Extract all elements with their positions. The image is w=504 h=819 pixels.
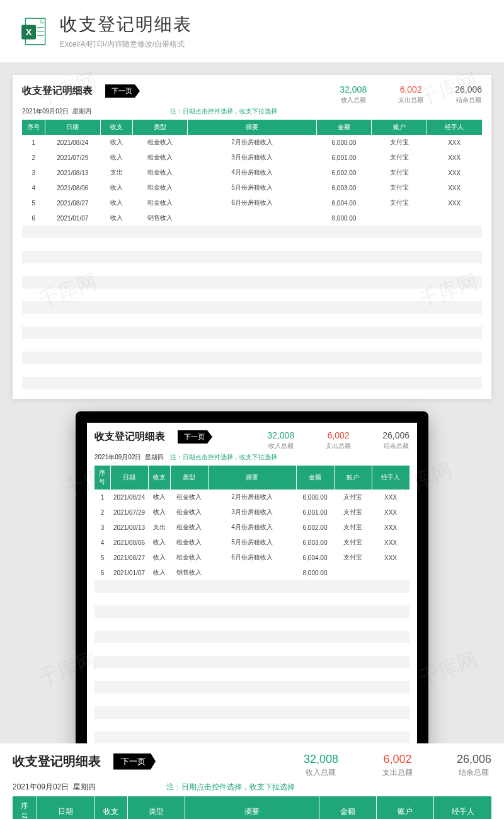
cell-io[interactable]: 收入 [100, 135, 132, 150]
cell-amount[interactable]: 6,004.00 [316, 195, 372, 210]
empty-row[interactable] [22, 352, 482, 364]
table-row[interactable]: 6 2021/01/07 收入 销售收入 8,000.00 [22, 210, 482, 226]
table-row[interactable]: 6 2021/01/07 收入 销售收入 8,000.00 [94, 565, 410, 580]
cell-handler[interactable] [372, 565, 410, 580]
empty-row[interactable] [22, 377, 482, 389]
cell-io[interactable]: 收入 [148, 550, 170, 565]
cell-account[interactable]: 支付宝 [372, 135, 427, 150]
cell-account[interactable] [372, 210, 427, 226]
cell-account[interactable]: 支付宝 [372, 195, 427, 210]
cell-handler[interactable] [427, 210, 482, 226]
cell-date[interactable]: 2021/08/13 [45, 165, 101, 180]
cell-handler[interactable]: XXX [372, 535, 410, 550]
column-header[interactable]: 摘要 [188, 120, 316, 135]
cell-type[interactable]: 销售收入 [170, 565, 208, 580]
column-header[interactable]: 序号 [22, 120, 45, 135]
column-header[interactable]: 类型 [170, 466, 208, 490]
cell-handler[interactable]: XXX [372, 490, 410, 505]
empty-row[interactable] [94, 656, 410, 668]
cell-type[interactable]: 租金收入 [170, 520, 208, 535]
empty-row[interactable] [22, 238, 482, 251]
cell-amount[interactable]: 8,000.00 [316, 210, 372, 226]
cell-handler[interactable]: XXX [372, 520, 410, 535]
cell-type[interactable]: 租金收入 [170, 550, 208, 565]
cell-account[interactable]: 支付宝 [334, 535, 372, 550]
cell-summary[interactable]: 2月份房租收入 [208, 490, 296, 505]
column-header[interactable]: 序号 [94, 466, 110, 490]
cell-handler[interactable]: XXX [427, 195, 482, 210]
empty-row[interactable] [94, 668, 410, 681]
column-header[interactable]: 类型 [132, 120, 188, 135]
empty-row[interactable] [22, 339, 482, 352]
cell-date[interactable]: 2021/07/29 [45, 150, 101, 165]
cell-account[interactable]: 支付宝 [372, 165, 427, 180]
cell-summary[interactable]: 4月份房租收入 [188, 165, 316, 180]
cell-seq[interactable]: 3 [22, 165, 45, 180]
cell-date[interactable]: 2021/01/07 [45, 210, 101, 226]
column-header[interactable]: 收支 [148, 466, 170, 490]
cell-type[interactable]: 租金收入 [170, 490, 208, 505]
cell-seq[interactable]: 1 [22, 135, 45, 150]
table-row[interactable]: 5 2021/08/27 收入 租金收入 6月份房租收入 6,004.00 支付… [22, 195, 482, 210]
cell-summary[interactable] [208, 565, 296, 580]
column-header[interactable]: 日期 [37, 796, 94, 819]
cell-handler[interactable]: XXX [427, 135, 482, 150]
empty-row[interactable] [94, 731, 410, 744]
cell-type[interactable]: 销售收入 [132, 210, 188, 226]
cell-seq[interactable]: 1 [94, 490, 110, 505]
cell-amount[interactable]: 6,003.00 [296, 535, 334, 550]
empty-row[interactable] [94, 593, 410, 605]
cell-date[interactable]: 2021/07/29 [110, 505, 148, 520]
column-header[interactable]: 日期 [110, 466, 148, 490]
cell-seq[interactable]: 6 [22, 210, 45, 226]
cell-type[interactable]: 租金收入 [132, 150, 188, 165]
column-header[interactable]: 摘要 [208, 466, 296, 490]
cell-type[interactable]: 租金收入 [132, 165, 188, 180]
cell-io[interactable]: 收入 [100, 195, 132, 210]
cell-seq[interactable]: 4 [22, 180, 45, 195]
column-header[interactable]: 日期 [45, 120, 101, 135]
empty-row[interactable] [22, 289, 482, 301]
empty-row[interactable] [94, 694, 410, 706]
column-header[interactable]: 收支 [94, 796, 127, 819]
cell-account[interactable]: 支付宝 [334, 520, 372, 535]
column-header[interactable]: 金额 [319, 796, 376, 819]
column-header[interactable]: 序号 [13, 796, 37, 819]
empty-row[interactable] [22, 314, 482, 326]
cell-type[interactable]: 租金收入 [170, 535, 208, 550]
cell-amount[interactable]: 6,000.00 [296, 490, 334, 505]
cell-date[interactable]: 2021/08/24 [45, 135, 101, 150]
cell-io[interactable]: 支出 [100, 165, 132, 180]
next-page-button[interactable]: 下一页 [113, 753, 156, 770]
cell-handler[interactable]: XXX [372, 505, 410, 520]
cell-summary[interactable] [188, 210, 316, 226]
empty-row[interactable] [22, 276, 482, 289]
cell-account[interactable] [334, 565, 372, 580]
cell-account[interactable]: 支付宝 [334, 550, 372, 565]
empty-row[interactable] [22, 364, 482, 377]
empty-row[interactable] [94, 605, 410, 618]
column-header[interactable]: 账户 [372, 120, 427, 135]
cell-date[interactable]: 2021/08/06 [45, 180, 101, 195]
cell-amount[interactable]: 6,001.00 [296, 505, 334, 520]
column-header[interactable]: 收支 [100, 120, 132, 135]
empty-row[interactable] [22, 263, 482, 276]
empty-row[interactable] [94, 681, 410, 694]
column-header[interactable]: 摘要 [185, 796, 319, 819]
column-header[interactable]: 账户 [334, 466, 372, 490]
table-row[interactable]: 1 2021/08/24 收入 租金收入 2月份房租收入 6,000.00 支付… [94, 490, 410, 505]
cell-amount[interactable]: 6,001.00 [316, 150, 372, 165]
cell-type[interactable]: 租金收入 [132, 135, 188, 150]
cell-summary[interactable]: 3月份房租收入 [208, 505, 296, 520]
cell-date[interactable]: 2021/08/27 [45, 195, 101, 210]
empty-row[interactable] [22, 226, 482, 238]
cell-summary[interactable]: 3月份房租收入 [188, 150, 316, 165]
cell-io[interactable]: 支出 [148, 520, 170, 535]
empty-row[interactable] [94, 618, 410, 631]
cell-date[interactable]: 2021/08/27 [110, 550, 148, 565]
cell-handler[interactable]: XXX [427, 165, 482, 180]
empty-row[interactable] [94, 631, 410, 643]
table-row[interactable]: 3 2021/08/13 支出 租金收入 4月份房租收入 6,002.00 支付… [22, 165, 482, 180]
cell-seq[interactable]: 2 [94, 505, 110, 520]
column-header[interactable]: 经手人 [427, 120, 482, 135]
